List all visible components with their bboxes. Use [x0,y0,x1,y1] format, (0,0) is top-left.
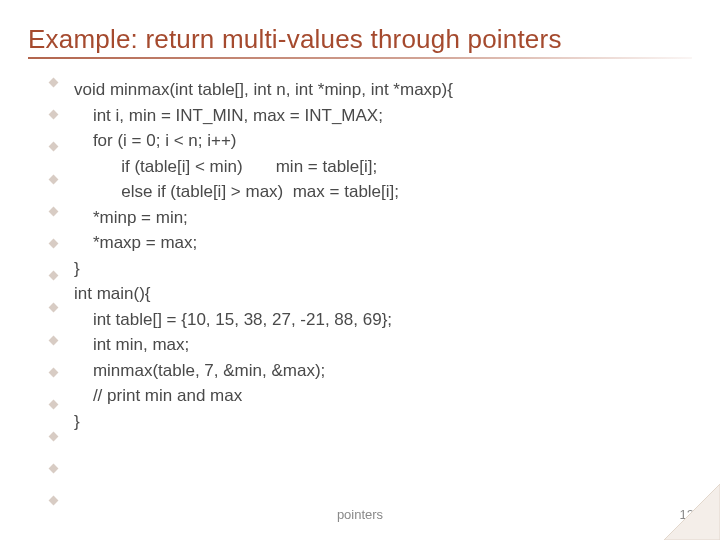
code-line: void minmax(int table[], int n, int *min… [74,80,453,99]
code-line: int table[] = {10, 15, 38, 27, -21, 88, … [74,310,392,329]
code-line: } [74,259,80,278]
bullet-diamond-icon [49,399,59,409]
code-line: // print min and max [74,386,242,405]
bullet-diamond-icon [49,238,59,248]
slide: Example: return multi-values through poi… [0,0,720,540]
code-line: for (i = 0; i < n; i++) [74,131,237,150]
bullet-diamond-icon [49,464,59,474]
code-line: *maxp = max; [74,233,197,252]
code-line: int i, min = INT_MIN, max = INT_MAX; [74,106,383,125]
code-line: } [74,412,80,431]
bullet-diamond-icon [49,174,59,184]
bullet-diamond-icon [49,432,59,442]
code-block-wrap: void minmax(int table[], int n, int *min… [74,77,692,434]
code-line: int main(){ [74,284,151,303]
code-line: int min, max; [74,335,189,354]
bullet-diamond-icon [49,110,59,120]
bullet-diamond-icon [49,303,59,313]
code-line: else if (table[i] > max) max = table[i]; [74,182,399,201]
code-line: minmax(table, 7, &min, &max); [74,361,325,380]
bullet-diamond-icon [49,335,59,345]
bullet-diamond-icon [49,78,59,88]
title-underline [28,57,692,59]
bullet-diamond-icon [49,271,59,281]
code-line: *minp = min; [74,208,188,227]
bullet-column [50,79,57,504]
page-number: 12 [680,507,694,522]
code-line: if (table[i] < min) min = table[i]; [74,157,377,176]
slide-title: Example: return multi-values through poi… [28,24,692,55]
code-block: void minmax(int table[], int n, int *min… [74,77,692,434]
footer-label: pointers [337,507,383,522]
bullet-diamond-icon [49,496,59,506]
bullet-diamond-icon [49,367,59,377]
bullet-diamond-icon [49,142,59,152]
bullet-diamond-icon [49,206,59,216]
